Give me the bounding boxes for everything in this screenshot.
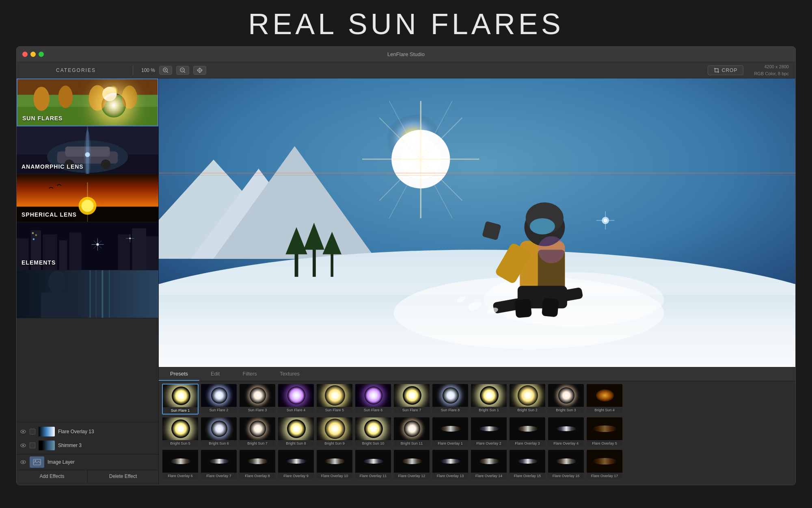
tab-presets[interactable]: Presets [159,367,199,381]
preset-thumb-sun-flare-2 [201,384,237,407]
preset-label-flare-overlay-4: Flare Overlay 4 [548,440,584,447]
svg-rect-40 [146,237,158,270]
preset-thumb-flare-overlay-3 [510,417,546,440]
preset-flare-overlay-15[interactable]: Flare Overlay 15 [509,449,546,480]
layer-shimmer-eye-icon[interactable] [20,442,26,449]
preset-flare-overlay-10[interactable]: Flare Overlay 10 [316,449,353,480]
category-anamorphic-lens[interactable]: ANAMORPHIC LENS [17,126,158,174]
preset-flare-overlay-2[interactable]: Flare Overlay 2 [471,417,507,447]
minimize-button[interactable] [30,52,36,57]
category-elements[interactable]: ELEMENTS [17,222,158,270]
image-layer-row[interactable]: Image Layer [17,454,158,470]
category-spherical-lens[interactable]: SPHERICAL LENS [17,174,158,222]
preset-sun-flare-1[interactable]: Sun Flare 1 [162,384,199,415]
flare-visual-sun-1 [172,386,190,405]
flare-visual-overlay-10 [325,458,345,464]
main-content: SUN FLARES [17,78,795,485]
preset-bright-sun-10[interactable]: Bright Sun 10 [355,417,391,447]
preset-bright-sun-11[interactable]: Bright Sun 11 [393,417,430,447]
preset-sun-flare-8[interactable]: Sun Flare 8 [432,384,469,415]
preset-flare-overlay-3[interactable]: Flare Overlay 3 [509,417,546,447]
preset-flare-overlay-11[interactable]: Flare Overlay 11 [355,449,391,480]
zoom-in-button[interactable] [159,66,172,75]
preset-flare-overlay-8[interactable]: Flare Overlay 8 [239,449,276,480]
svg-rect-43 [33,239,35,240]
preset-bright-sun-3[interactable]: Bright Sun 3 [548,384,584,415]
svg-rect-100 [313,245,316,277]
tab-textures[interactable]: Textures [268,367,311,381]
flare-visual-overlay-2 [479,426,499,431]
zoom-out-button[interactable] [176,66,189,75]
preset-sun-flare-3[interactable]: Sun Flare 3 [239,384,276,415]
delete-effect-button[interactable]: Delete Effect [88,470,158,482]
preset-label-flare-overlay-11: Flare Overlay 11 [355,473,391,479]
flare-visual-overlay-4 [556,426,577,431]
layer-row-shimmer[interactable]: Shimmer 3 [17,439,158,452]
image-color-mode: RGB Color, 8 bpc [754,70,789,77]
flare-visual-bright-8 [287,419,306,438]
svg-rect-41 [32,232,34,234]
preset-thumb-flare-overlay-12 [394,450,430,473]
preset-flare-overlay-6[interactable]: Flare Overlay 6 [162,449,199,480]
tab-edit[interactable]: Edit [199,367,231,381]
preset-sun-flare-5[interactable]: Sun Flare 5 [316,384,353,415]
preset-bright-sun-5[interactable]: Bright Sun 5 [162,417,199,447]
preset-flare-overlay-16[interactable]: Flare Overlay 16 [548,449,584,480]
tab-filters[interactable]: Filters [231,367,268,381]
preset-flare-overlay-5[interactable]: Flare Overlay 5 [586,417,623,447]
presets-rows: Sun Flare 1 Sun Flare 2 [159,381,795,485]
preset-flare-overlay-12[interactable]: Flare Overlay 12 [393,449,430,480]
pan-button[interactable] [193,66,206,75]
preset-bright-sun-9[interactable]: Bright Sun 9 [316,417,353,447]
preset-bright-sun-1[interactable]: Bright Sun 1 [471,384,507,415]
zoom-in-icon [163,67,168,73]
preset-bright-sun-6[interactable]: Bright Sun 6 [201,417,237,447]
layer-visibility-check[interactable] [30,429,35,434]
preset-label-flare-overlay-7: Flare Overlay 7 [201,473,237,479]
preset-bright-sun-8[interactable]: Bright Sun 8 [278,417,314,447]
layer-shimmer-check[interactable] [30,443,35,448]
category-extra[interactable] [17,270,158,318]
preset-thumb-flare-overlay-11 [355,450,391,473]
preset-thumb-bright-sun-2 [510,384,546,407]
flare-visual-overlay-9 [286,459,307,464]
preset-bright-sun-2[interactable]: Bright Sun 2 [509,384,546,415]
preset-thumb-flare-overlay-9 [278,450,314,473]
layer-row-flare-overlay[interactable]: Flare Overlay 13 [17,425,158,439]
svg-line-3 [167,72,168,73]
svg-rect-55 [102,270,103,318]
svg-rect-56 [109,270,110,318]
flare-visual-bright-1 [480,386,499,405]
image-layer-eye[interactable] [20,459,26,465]
preset-flare-overlay-9[interactable]: Flare Overlay 9 [278,449,314,480]
preset-sun-flare-2[interactable]: Sun Flare 2 [201,384,237,415]
preset-bright-sun-4[interactable]: Bright Sun 4 [586,384,623,415]
svg-rect-54 [95,270,96,318]
layer-eye-icon[interactable] [20,428,26,435]
add-effects-button[interactable]: Add Effects [17,470,88,482]
preset-sun-flare-4[interactable]: Sun Flare 4 [278,384,314,415]
preset-bright-sun-7[interactable]: Bright Sun 7 [239,417,276,447]
preset-label-bright-sun-6: Bright Sun 6 [201,440,237,447]
preset-label-flare-overlay-16: Flare Overlay 16 [548,473,584,479]
category-sun-flares[interactable]: SUN FLARES [17,78,158,126]
preset-label-bright-sun-1: Bright Sun 1 [471,407,507,413]
close-button[interactable] [22,52,28,57]
preset-flare-overlay-17[interactable]: Flare Overlay 17 [586,449,623,480]
preset-flare-overlay-13[interactable]: Flare Overlay 13 [432,449,469,480]
preset-sun-flare-6[interactable]: Sun Flare 6 [355,384,391,415]
crop-button[interactable]: CROP [708,65,744,75]
preset-sun-flare-7[interactable]: Sun Flare 7 [393,384,430,415]
svg-point-25 [85,152,90,157]
preset-flare-overlay-1[interactable]: Flare Overlay 1 [432,417,469,447]
preset-label-flare-overlay-3: Flare Overlay 3 [510,440,545,447]
preset-thumb-sun-flare-7 [394,384,430,407]
svg-rect-84 [514,299,532,318]
preset-flare-overlay-7[interactable]: Flare Overlay 7 [201,449,237,480]
svg-point-22 [101,159,110,169]
title-bar: LenFlare Studio [17,47,795,62]
preset-flare-overlay-4[interactable]: Flare Overlay 4 [548,417,584,447]
svg-rect-58 [41,293,73,318]
maximize-button[interactable] [39,52,44,57]
preset-flare-overlay-14[interactable]: Flare Overlay 14 [471,449,507,480]
